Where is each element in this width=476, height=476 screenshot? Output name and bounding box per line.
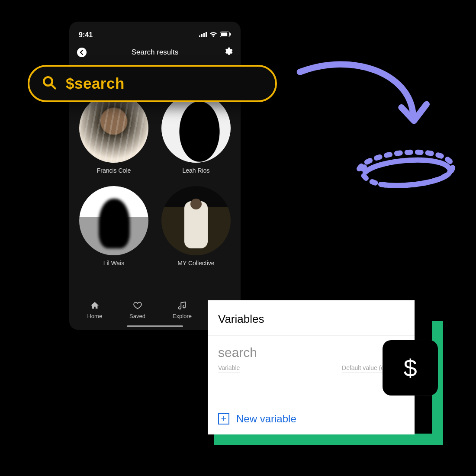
- wifi-icon: [209, 31, 217, 39]
- phone-header: Search results: [69, 41, 241, 62]
- home-indicator: [127, 325, 183, 327]
- avatar: [79, 93, 148, 163]
- divider: [208, 335, 415, 336]
- svg-rect-1: [201, 34, 203, 37]
- panel-title: Variables: [218, 312, 404, 326]
- status-time: 9:41: [79, 31, 93, 39]
- variable-name-input[interactable]: search: [218, 345, 404, 360]
- svg-rect-6: [230, 33, 231, 35]
- artist-card[interactable]: Leah Rios: [160, 93, 232, 174]
- tab-label: Home: [87, 313, 102, 319]
- back-button[interactable]: [77, 48, 87, 57]
- svg-rect-0: [199, 35, 200, 37]
- status-bar: 9:41: [69, 27, 241, 41]
- cellular-icon: [199, 31, 207, 39]
- avatar: [161, 186, 231, 255]
- heart-icon: [133, 301, 142, 310]
- tab-saved[interactable]: Saved: [129, 301, 145, 319]
- artist-card[interactable]: MY Collective: [160, 186, 232, 267]
- arrow-annotation: [289, 56, 441, 143]
- tab-label: Saved: [129, 313, 145, 319]
- artist-name: MY Collective: [177, 260, 214, 267]
- new-variable-button[interactable]: + New variable: [218, 413, 404, 425]
- artist-name: Francis Cole: [97, 167, 131, 174]
- svg-line-8: [51, 85, 55, 88]
- chevron-left-icon: [79, 50, 84, 55]
- artist-name: Leah Rios: [182, 167, 209, 174]
- svg-rect-2: [203, 33, 205, 37]
- artist-name: Lil Wais: [103, 260, 125, 267]
- svg-rect-5: [221, 32, 227, 36]
- results-grid: Francis Cole Leah Rios Lil Wais MY Colle…: [69, 93, 241, 267]
- artist-card[interactable]: Francis Cole: [78, 93, 150, 174]
- dollar-tile: $: [383, 340, 438, 396]
- svg-rect-3: [206, 32, 207, 37]
- status-indicators: [199, 31, 231, 39]
- page-title: Search results: [132, 48, 179, 57]
- gear-icon: [223, 47, 233, 56]
- tab-explore[interactable]: Explore: [173, 301, 192, 319]
- search-field[interactable]: $search: [28, 65, 277, 102]
- scribble-annotation: [357, 146, 456, 194]
- dollar-icon: $: [403, 354, 417, 382]
- new-variable-label: New variable: [236, 413, 296, 425]
- column-variable: Variable: [218, 364, 240, 373]
- search-value: $search: [66, 75, 125, 92]
- avatar: [79, 186, 148, 255]
- music-icon: [177, 301, 187, 310]
- tab-label: Explore: [173, 313, 192, 319]
- plus-icon: +: [218, 413, 229, 425]
- avatar: [161, 93, 231, 163]
- variable-columns: Variable Default value (optional): [218, 364, 404, 373]
- artist-card[interactable]: Lil Wais: [78, 186, 150, 267]
- tab-home[interactable]: Home: [87, 301, 102, 319]
- search-icon: [42, 75, 57, 92]
- battery-icon: [220, 31, 231, 39]
- settings-button[interactable]: [223, 47, 233, 58]
- home-icon: [90, 301, 100, 310]
